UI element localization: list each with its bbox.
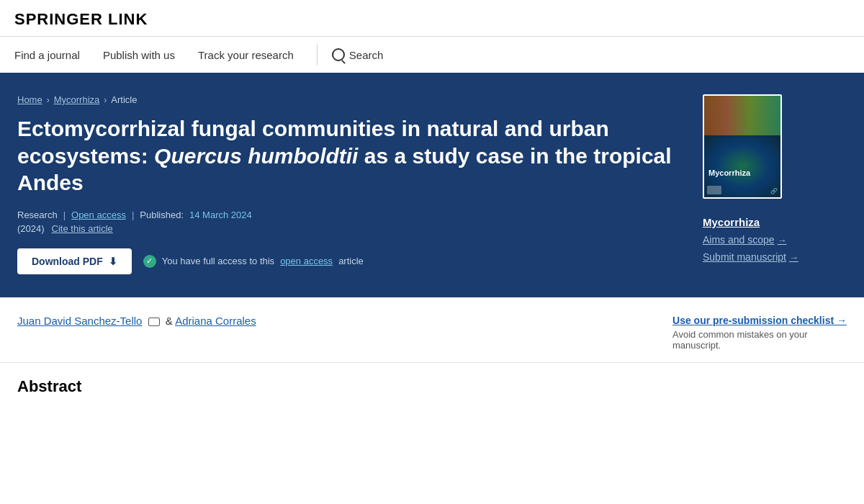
cite-link[interactable]: Cite this article <box>52 223 113 234</box>
pre-submission-panel: Use our pre-submission checklist → Avoid… <box>672 315 847 351</box>
search-button[interactable]: Search <box>332 48 384 61</box>
breadcrumb-sep-1: › <box>47 95 50 105</box>
aims-scope-link[interactable]: Aims and scope → <box>703 234 798 246</box>
open-access-badge[interactable]: Open access <box>71 210 126 220</box>
download-area: Download PDF ⬇ ✓ You have full access to… <box>17 248 688 274</box>
search-label: Search <box>349 49 384 61</box>
abstract-section: Abstract <box>0 363 864 410</box>
author-2-link[interactable]: Adriana Corrales <box>175 315 256 327</box>
published-date: 14 March 2024 <box>189 210 252 220</box>
nav-track[interactable]: Track your research <box>198 49 294 61</box>
article-hero: Home › Mycorrhiza › Article Ectomycorrhi… <box>0 74 864 297</box>
journal-links: Mycorrhiza Aims and scope → Submit manus… <box>703 216 798 263</box>
article-meta: Research | Open access | Published: 14 M… <box>17 210 688 220</box>
download-pdf-button[interactable]: Download PDF ⬇ <box>17 248 132 274</box>
breadcrumb-journal[interactable]: Mycorrhiza <box>54 94 100 105</box>
published-label: Published: <box>140 210 184 220</box>
journal-name-link[interactable]: Mycorrhiza <box>703 216 798 228</box>
breadcrumb-home[interactable]: Home <box>17 94 42 105</box>
breadcrumb-sep-2: › <box>104 95 107 105</box>
authors-list: Juan David Sanchez-Tello & Adriana Corra… <box>17 315 256 327</box>
submit-arrow-icon: → <box>789 252 798 263</box>
nav-divider <box>317 45 318 65</box>
article-year: (2024) <box>17 223 45 234</box>
submit-manuscript-link[interactable]: Submit manuscript → <box>703 251 798 263</box>
check-icon: ✓ <box>143 255 156 268</box>
cover-title: Mycorrhiza <box>708 168 776 177</box>
breadcrumb-current: Article <box>111 94 137 105</box>
abstract-title: Abstract <box>17 377 847 396</box>
access-notice: ✓ You have full access to this open acce… <box>143 255 364 268</box>
access-post: article <box>338 256 364 266</box>
article-hero-left: Home › Mycorrhiza › Article Ectomycorrhi… <box>17 94 688 274</box>
author-1-link[interactable]: Juan David Sanchez-Tello <box>17 315 142 327</box>
article-hero-right: Mycorrhiza 🔗 Mycorrhiza Aims and scope →… <box>703 94 847 274</box>
aims-arrow-icon: → <box>778 235 787 246</box>
submit-label: Submit manuscript <box>703 251 786 263</box>
search-icon <box>332 48 345 61</box>
journal-cover: Mycorrhiza 🔗 <box>703 94 782 199</box>
cover-springer-text: 🔗 <box>770 188 778 194</box>
article-type: Research <box>17 210 58 220</box>
cover-publisher-logo <box>707 186 721 194</box>
article-title-italic: Quercus humboldtii <box>154 144 358 168</box>
nav-publish[interactable]: Publish with us <box>103 49 175 61</box>
main-nav: Find a journal Publish with us Track you… <box>0 37 864 74</box>
authors-left: Juan David Sanchez-Tello & Adriana Corra… <box>17 315 256 327</box>
article-title: Ectomycorrhizal fungal communities in na… <box>17 115 688 197</box>
download-label: Download PDF <box>32 256 103 267</box>
aims-scope-label: Aims and scope <box>703 234 775 246</box>
breadcrumb: Home › Mycorrhiza › Article <box>17 94 688 105</box>
cover-image-top <box>704 96 780 135</box>
download-icon: ⬇ <box>109 256 117 267</box>
authors-section: Juan David Sanchez-Tello & Adriana Corra… <box>0 297 864 363</box>
pre-submission-link[interactable]: Use our pre-submission checklist → <box>672 315 847 326</box>
nav-find-journal[interactable]: Find a journal <box>14 49 80 61</box>
journal-cover-wrapper: Mycorrhiza 🔗 <box>703 94 782 199</box>
access-pre: You have full access to this <box>162 256 274 266</box>
header: SPRINGER LINK <box>0 0 864 37</box>
year-cite: (2024) Cite this article <box>17 223 688 234</box>
pre-submission-desc: Avoid common mistakes on your manuscript… <box>672 329 831 351</box>
site-logo[interactable]: SPRINGER LINK <box>14 10 850 29</box>
authors-separator: & <box>166 315 175 327</box>
email-icon[interactable] <box>148 318 160 326</box>
open-access-link[interactable]: open access <box>280 256 333 266</box>
